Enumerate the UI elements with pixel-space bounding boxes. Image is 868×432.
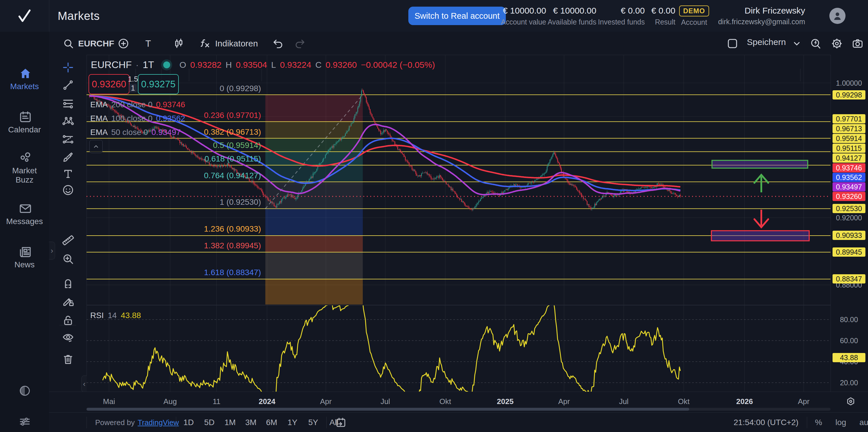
ruler-tool-button[interactable]: [61, 234, 75, 247]
time-axis-tick: 11: [213, 397, 221, 406]
chart-scrollbar-thumb[interactable]: [87, 408, 689, 411]
crosshair-tool-button[interactable]: [61, 61, 75, 74]
avatar[interactable]: [829, 8, 845, 24]
clock[interactable]: 21:54:00 (UTC+2): [734, 413, 799, 432]
fib-tool-icon: [61, 97, 75, 110]
open-value: 0.93282: [190, 60, 221, 70]
symbol-search-button[interactable]: EURCHF: [60, 37, 116, 50]
trash-tool-button[interactable]: [61, 353, 75, 366]
zoom-in-tool-button[interactable]: [61, 252, 75, 266]
fib-level-label: 0 (0.99298): [144, 84, 261, 93]
range-button-5d[interactable]: 5D: [201, 415, 218, 429]
crosshair-icon: [61, 61, 75, 74]
chart-legend: EURCHF · 1T O0.93282 H0.93504 L0.93224 C…: [91, 59, 435, 70]
indicator-params: 50 close 0: [111, 128, 148, 137]
compare-add-button[interactable]: [115, 37, 131, 50]
range-button-1m[interactable]: 1M: [222, 415, 239, 429]
quick-search-button[interactable]: [807, 37, 824, 50]
lock-tool-button[interactable]: [61, 314, 75, 327]
sell-bid-button[interactable]: 0.93260: [89, 74, 129, 94]
fib-tool-tool-button[interactable]: [61, 97, 75, 110]
theme-toggle-button[interactable]: [0, 384, 49, 397]
price-scale-badge: 0.93497: [833, 182, 865, 191]
trend-line-icon: [61, 79, 75, 92]
sidebar-item-news[interactable]: News: [0, 245, 49, 269]
price-scale-tick: 60.00: [833, 336, 865, 345]
scale-button-auto[interactable]: auto: [858, 418, 868, 427]
undo-button[interactable]: [270, 37, 286, 50]
price-scale-badge: 0.88347: [833, 274, 865, 283]
scale-buttons: %logauto: [813, 413, 868, 432]
high-key: H: [225, 60, 232, 70]
time-axis-tick: Apr: [798, 397, 809, 406]
go-to-date-button[interactable]: [335, 416, 348, 429]
projection-tool-button[interactable]: [61, 133, 75, 146]
legend-separator: ·: [136, 60, 139, 70]
powered-by-text: Powered by: [95, 418, 135, 427]
pattern-icon: [61, 115, 75, 128]
page-title: Markets: [58, 0, 100, 32]
brush-tool-button[interactable]: [61, 151, 75, 164]
indicator-params: 200 close 0: [111, 100, 153, 109]
pane-separator[interactable]: [87, 305, 868, 305]
price-scale-badge: 0.94127: [833, 153, 865, 163]
price-scale-badge: 0.95914: [833, 134, 865, 143]
indicators-button[interactable]: Indikatoren: [197, 37, 259, 50]
settings-button[interactable]: [829, 37, 845, 50]
ruler-icon: [61, 234, 75, 247]
magnet-tool-button[interactable]: [61, 277, 75, 290]
market-status-dot[interactable]: [163, 61, 170, 68]
drawing-toolbar: [49, 55, 87, 412]
snapshot-button[interactable]: [849, 37, 866, 50]
smiley-tool-button[interactable]: [61, 183, 75, 197]
contrast-icon: [18, 384, 31, 397]
toolbar-collapse-tab[interactable]: ‹: [81, 375, 87, 392]
range-button-3m[interactable]: 3M: [243, 415, 259, 429]
sidebar-item-market-buzz[interactable]: Market Buzz: [0, 151, 49, 185]
edit-lock-tool-button[interactable]: [61, 295, 75, 308]
tradingview-link[interactable]: TradingView: [137, 418, 179, 427]
price-chart-canvas[interactable]: [87, 55, 831, 392]
user-email: dirk.friczewsky@gmail.com: [718, 18, 805, 26]
sidebar-item-calendar[interactable]: Calendar: [0, 110, 49, 134]
price-axis[interactable]: 1.000000.992980.977010.967130.959140.951…: [831, 55, 868, 392]
sidebar-item-messages[interactable]: Messages: [0, 201, 49, 226]
sidebar-item-label: Calendar: [8, 125, 41, 134]
eye-tool-button[interactable]: [61, 331, 75, 344]
sidebar-item-markets[interactable]: Markets: [0, 66, 49, 91]
text-icon: [61, 167, 75, 181]
interval-button[interactable]: T: [144, 38, 153, 49]
time-axis-tick: 2025: [497, 397, 514, 406]
redo-button[interactable]: [292, 37, 308, 50]
scale-button-%[interactable]: %: [813, 418, 824, 427]
fib-level-label: 1 (0.92530): [144, 197, 261, 207]
range-button-5y[interactable]: 5Y: [305, 415, 321, 429]
chart-type-button[interactable]: [171, 37, 187, 50]
save-button[interactable]: Speichern: [745, 37, 802, 47]
scale-button-log[interactable]: log: [834, 418, 848, 427]
axis-settings-button[interactable]: [844, 395, 858, 409]
zoom-in-icon: [61, 252, 75, 266]
user-name: Dirk Friczewsky: [745, 6, 805, 16]
range-button-6m[interactable]: 6M: [263, 415, 280, 429]
fib-level-label: 1.236 (0.90933): [144, 224, 261, 234]
text-tool-button[interactable]: [61, 167, 75, 181]
trend-line-tool-button[interactable]: [61, 79, 75, 92]
price-scale-badge: 0.97701: [833, 114, 865, 123]
legend-collapse-button[interactable]: [89, 140, 103, 153]
price-scale-badge: 0.92530: [833, 204, 865, 213]
time-axis-tick: Jul: [380, 397, 390, 406]
panel-expand-tab[interactable]: ›: [49, 242, 55, 259]
app-logo[interactable]: [0, 0, 49, 32]
fx-icon: [199, 37, 212, 50]
layout-button[interactable]: [724, 37, 741, 50]
stat-result: € 0.00 Result: [632, 0, 675, 32]
range-button-1y[interactable]: 1Y: [284, 415, 301, 429]
close-key: C: [315, 60, 321, 70]
legend-symbol: EURCHF: [91, 59, 132, 70]
price-scale-tick: 0.92000: [833, 213, 865, 222]
preferences-button[interactable]: [0, 415, 49, 428]
chevron-up-icon: [92, 143, 100, 151]
pattern-tool-button[interactable]: [61, 115, 75, 128]
range-button-1d[interactable]: 1D: [180, 415, 197, 429]
